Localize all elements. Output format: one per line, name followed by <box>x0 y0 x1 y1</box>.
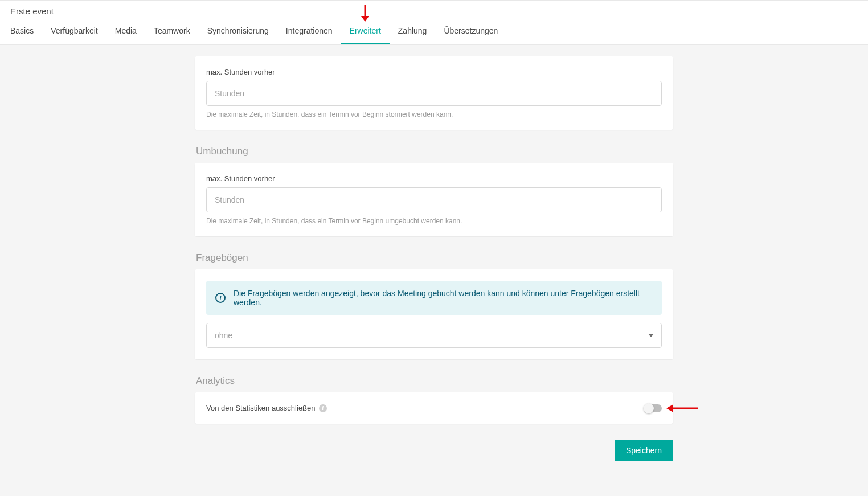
tab-advanced[interactable]: Erweitert <box>341 19 390 44</box>
analytics-card: Von den Statistiken ausschließen i <box>195 392 673 424</box>
analytics-section-title: Analytics <box>195 375 673 387</box>
analytics-exclude-label: Von den Statistiken ausschließen i <box>206 404 327 412</box>
tab-payment[interactable]: Zahlung <box>390 19 436 44</box>
tab-teamwork[interactable]: Teamwork <box>145 19 199 44</box>
tab-availability[interactable]: Verfügbarkeit <box>42 19 107 44</box>
cancel-help-text: Die maximale Zeit, in Stunden, dass ein … <box>206 110 662 118</box>
toggle-label-text: Von den Statistiken ausschließen <box>206 404 316 412</box>
analytics-exclude-toggle[interactable] <box>645 404 662 412</box>
rebook-help-text: Die maximale Zeit, in Stunden, dass ein … <box>206 217 662 225</box>
cancel-card: max. Stunden vorher Die maximale Zeit, i… <box>195 56 673 130</box>
survey-select[interactable]: ohne <box>206 323 662 348</box>
page-title: Erste event <box>10 1 858 19</box>
save-button[interactable]: Speichern <box>615 440 673 461</box>
survey-info-text: Die Fragebögen werden angezeigt, bevor d… <box>234 289 653 307</box>
cancel-max-hours-label: max. Stunden vorher <box>206 68 662 76</box>
rebook-card: max. Stunden vorher Die maximale Zeit, i… <box>195 163 673 236</box>
help-icon[interactable]: i <box>319 404 327 412</box>
toggle-knob <box>644 403 654 413</box>
tab-label: Erweitert <box>350 26 381 35</box>
rebook-section-title: Umbuchung <box>195 146 673 157</box>
rebook-max-hours-label: max. Stunden vorher <box>206 174 662 183</box>
tab-translations[interactable]: Übersetzungen <box>435 19 506 44</box>
tab-sync[interactable]: Synchronisierung <box>199 19 277 44</box>
cancel-max-hours-input[interactable] <box>206 81 662 106</box>
tab-media[interactable]: Media <box>107 19 145 44</box>
svg-marker-4 <box>666 404 673 412</box>
tab-basics[interactable]: Basics <box>10 19 42 44</box>
rebook-max-hours-input[interactable] <box>206 187 662 212</box>
survey-card: i Die Fragebögen werden angezeigt, bevor… <box>195 269 673 359</box>
survey-section-title: Fragebögen <box>195 252 673 264</box>
tab-integrations[interactable]: Integrationen <box>277 19 341 44</box>
survey-info-banner: i Die Fragebögen werden angezeigt, bevor… <box>206 281 662 315</box>
annotation-arrow-left-icon <box>666 404 698 413</box>
info-icon: i <box>215 293 226 303</box>
tab-bar: Basics Verfügbarkeit Media Teamwork Sync… <box>10 19 858 44</box>
